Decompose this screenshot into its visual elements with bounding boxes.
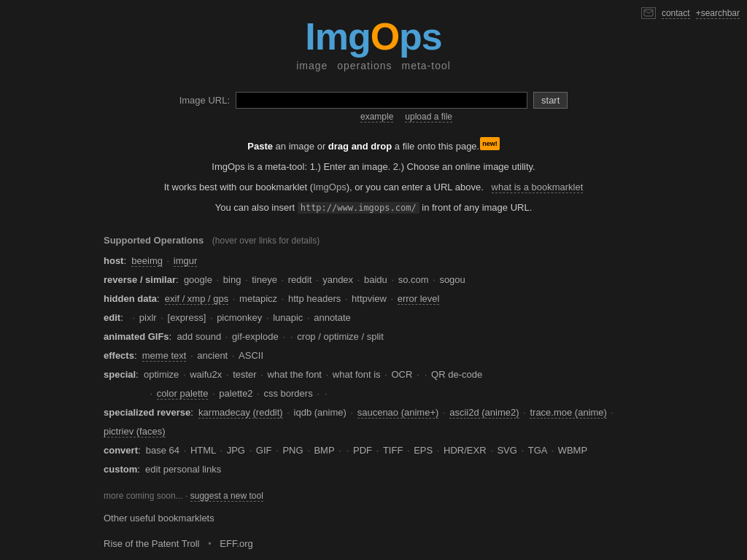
example-link[interactable]: example bbox=[360, 112, 393, 122]
bullet: • bbox=[208, 538, 214, 549]
logo-i: I bbox=[305, 15, 314, 58]
url-input[interactable] bbox=[236, 92, 527, 109]
picmonkey-link[interactable]: picmonkey bbox=[217, 312, 262, 323]
svg-line-2 bbox=[649, 10, 653, 13]
list-item: animated GIFs: add sound · gif-explode ·… bbox=[104, 327, 643, 346]
crop-optimize-link[interactable]: crop / optimize / split bbox=[297, 331, 384, 342]
list-item: convert: base 64 · HTML · JPG · GIF · PN… bbox=[104, 441, 643, 460]
wbmp-link[interactable]: WBMP bbox=[558, 445, 587, 456]
imgops-bookmarklet-link[interactable]: ImgOps bbox=[313, 182, 347, 192]
what-is-bookmarklet-link[interactable]: what is a bookmarklet bbox=[492, 182, 584, 193]
css-borders-link[interactable]: css borders bbox=[263, 388, 312, 399]
op-key: animated GIFs bbox=[104, 331, 169, 342]
new-badge: new! bbox=[480, 137, 500, 150]
eps-link[interactable]: EPS bbox=[414, 445, 433, 456]
list-item: special: optimize · waifu2x · tester · w… bbox=[104, 365, 643, 403]
lunapic-link[interactable]: lunapic bbox=[273, 312, 303, 323]
bing-link[interactable]: bing bbox=[223, 274, 241, 285]
searchbar-link[interactable]: +searchbar bbox=[696, 8, 740, 19]
iqdb-link[interactable]: iqdb (anime) bbox=[294, 407, 347, 418]
metapicz-link[interactable]: metapicz bbox=[239, 293, 277, 304]
error-level-link[interactable]: error level bbox=[398, 293, 440, 305]
waifu2x-link[interactable]: waifu2x bbox=[190, 369, 222, 380]
list-item: effects: meme text · ancient · ASCII bbox=[104, 346, 643, 365]
exif-link[interactable]: exif / xmp / gps bbox=[165, 293, 228, 305]
saucenao-link[interactable]: saucenao (anime+) bbox=[357, 407, 439, 419]
tagline-image: image bbox=[296, 60, 328, 71]
gif-link[interactable]: GIF bbox=[256, 445, 272, 456]
pixlr-link[interactable]: pixlr bbox=[139, 312, 157, 323]
ops-section: Supported Operations (hover over links f… bbox=[89, 235, 658, 549]
op-key: convert bbox=[104, 445, 138, 456]
svg-line-1 bbox=[644, 10, 649, 13]
tagline-metatool: meta-tool bbox=[401, 60, 450, 71]
pdf-link[interactable]: PDF bbox=[353, 445, 372, 456]
google-link[interactable]: google bbox=[184, 274, 212, 285]
url-prefix-code: http://www.imgops.com/ bbox=[298, 202, 419, 214]
tiff-link[interactable]: TIFF bbox=[383, 445, 403, 456]
op-key: custom bbox=[104, 464, 137, 475]
list-item: custom: edit personal links bbox=[104, 460, 643, 479]
annotate-link[interactable]: annotate bbox=[314, 312, 351, 323]
gif-explode-link[interactable]: gif-explode bbox=[232, 331, 279, 342]
ancient-link[interactable]: ancient bbox=[197, 350, 228, 361]
meta-line: ImgOps is a meta-tool: 1.) Enter an imag… bbox=[0, 158, 747, 176]
svg-link[interactable]: SVG bbox=[497, 445, 516, 456]
httpview-link[interactable]: httpview bbox=[352, 293, 387, 304]
png-link[interactable]: PNG bbox=[282, 445, 303, 456]
palette2-link[interactable]: palette2 bbox=[219, 388, 252, 399]
start-button[interactable]: start bbox=[533, 92, 568, 109]
patent-troll-link[interactable]: Rise of the Patent Troll bbox=[104, 538, 200, 549]
tester-link[interactable]: tester bbox=[233, 369, 257, 380]
baidu-link[interactable]: baidu bbox=[364, 274, 387, 285]
add-sound-link[interactable]: add sound bbox=[177, 331, 221, 342]
http-headers-link[interactable]: http headers bbox=[288, 293, 341, 304]
op-key: effects bbox=[104, 350, 134, 361]
list-item: specialized reverse: karmadecay (reddit)… bbox=[104, 403, 643, 441]
beeimg-link[interactable]: beeimg bbox=[131, 255, 163, 267]
op-key: special bbox=[104, 369, 136, 380]
list-item: edit: · pixlr · [express] · picmonkey · … bbox=[104, 308, 643, 327]
what-font-is-link[interactable]: what font is bbox=[333, 369, 381, 380]
contact-icon bbox=[641, 7, 656, 19]
imgur-link[interactable]: imgur bbox=[174, 255, 198, 267]
optimize-link[interactable]: optimize bbox=[144, 369, 179, 380]
html-link[interactable]: HTML bbox=[190, 445, 216, 456]
op-key: hidden data bbox=[104, 293, 157, 304]
ascii2d-link[interactable]: ascii2d (anime2) bbox=[449, 407, 519, 419]
socom-link[interactable]: so.com bbox=[398, 274, 429, 285]
eff-link[interactable]: EFF.org bbox=[220, 538, 253, 549]
base64-link[interactable]: base 64 bbox=[146, 445, 179, 456]
tga-link[interactable]: TGA bbox=[528, 445, 547, 456]
paste-line: Paste an image or drag and drop a file o… bbox=[0, 137, 747, 156]
color-palette-link[interactable]: color palette bbox=[157, 388, 209, 400]
karmadecay-link[interactable]: karmadecay (reddit) bbox=[198, 407, 283, 419]
pictriev-link[interactable]: pictriev (faces) bbox=[104, 426, 166, 438]
tagline-operations: operations bbox=[337, 60, 392, 71]
tineye-link[interactable]: tineye bbox=[252, 274, 277, 285]
other-bookmarklets-link[interactable]: Other useful bookmarklets bbox=[104, 513, 214, 524]
ops-list: host: beeimg · imgur reverse / similar: … bbox=[104, 252, 643, 479]
op-key: reverse / similar bbox=[104, 274, 176, 285]
ascii-link[interactable]: ASCII bbox=[239, 350, 263, 361]
ocr-link[interactable]: OCR bbox=[391, 369, 412, 380]
express-link[interactable]: [express] bbox=[168, 312, 206, 323]
tracemoe-link[interactable]: trace.moe (anime) bbox=[530, 407, 606, 419]
meme-text-link[interactable]: meme text bbox=[142, 350, 187, 362]
edit-personal-links[interactable]: edit personal links bbox=[145, 464, 221, 475]
yandex-link[interactable]: yandex bbox=[322, 274, 353, 285]
contact-link[interactable]: contact bbox=[662, 8, 690, 19]
suggest-link[interactable]: suggest a new tool bbox=[190, 491, 263, 502]
upload-link[interactable]: upload a file bbox=[405, 112, 452, 122]
what-font-link[interactable]: what the font bbox=[268, 369, 322, 380]
hdr-exr-link[interactable]: HDR/EXR bbox=[444, 445, 487, 456]
sogou-link[interactable]: sogou bbox=[439, 274, 465, 285]
bmp-link[interactable]: BMP bbox=[314, 445, 334, 456]
ops-hint: (hover over links for details) bbox=[212, 236, 320, 246]
qr-decode-link[interactable]: QR de-code bbox=[431, 369, 482, 380]
reddit-link[interactable]: reddit bbox=[288, 274, 312, 285]
url-prefix-line: You can also insert http://www.imgops.co… bbox=[0, 198, 747, 217]
logo-ps: ps bbox=[399, 15, 442, 58]
url-section: Image URL: start bbox=[0, 92, 747, 109]
jpg-link[interactable]: JPG bbox=[227, 445, 245, 456]
